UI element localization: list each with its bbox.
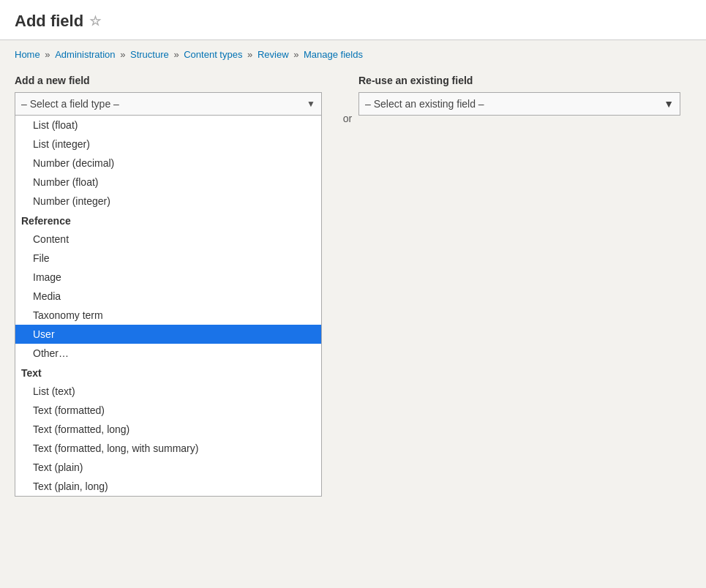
list-item[interactable]: Taxonomy term bbox=[15, 306, 321, 325]
existing-field-placeholder: – Select an existing field – bbox=[365, 98, 484, 110]
breadcrumb: Home » Administration » Structure » Cont… bbox=[15, 49, 691, 60]
group-header-text: Text bbox=[15, 363, 321, 382]
star-icon[interactable]: ☆ bbox=[89, 13, 101, 29]
breadcrumb-manage-fields[interactable]: Manage fields bbox=[304, 49, 363, 60]
add-new-field-label: Add a new field bbox=[15, 75, 337, 86]
breadcrumb-administration[interactable]: Administration bbox=[55, 49, 115, 60]
list-item-user-selected[interactable]: User bbox=[15, 325, 321, 344]
chevron-down-icon: ▼ bbox=[664, 98, 674, 110]
list-item[interactable]: List (integer) bbox=[15, 135, 321, 154]
or-label: or bbox=[337, 75, 358, 124]
list-item[interactable]: Other… bbox=[15, 344, 321, 363]
list-item[interactable]: Image bbox=[15, 268, 321, 287]
breadcrumb-structure[interactable]: Structure bbox=[130, 49, 169, 60]
list-item[interactable]: Number (float) bbox=[15, 173, 321, 192]
right-panel: Re-use an existing field – Select an exi… bbox=[358, 75, 691, 116]
list-item[interactable]: Text (formatted, long, with summary) bbox=[15, 439, 321, 458]
page-title: Add field ☆ bbox=[15, 12, 691, 31]
breadcrumb-home[interactable]: Home bbox=[15, 49, 40, 60]
title-text: Add field bbox=[15, 12, 83, 31]
list-item[interactable]: List (text) bbox=[15, 382, 321, 401]
list-item[interactable]: Number (decimal) bbox=[15, 154, 321, 173]
breadcrumb-content-types[interactable]: Content types bbox=[184, 49, 242, 60]
group-header-reference: Reference bbox=[15, 211, 321, 230]
list-item[interactable]: Content bbox=[15, 230, 321, 249]
existing-field-select-trigger[interactable]: – Select an existing field – ▼ bbox=[358, 92, 680, 116]
field-type-dropdown-list[interactable]: List (float) List (integer) Number (deci… bbox=[15, 116, 322, 497]
reuse-field-label: Re-use an existing field bbox=[358, 75, 691, 86]
left-panel: Add a new field – Select a field type – … bbox=[15, 75, 337, 497]
chevron-down-icon: ▼ bbox=[307, 99, 315, 109]
list-item[interactable]: Text (formatted, long) bbox=[15, 420, 321, 439]
list-item[interactable]: Text (plain, long) bbox=[15, 477, 321, 496]
field-type-select-placeholder: – Select a field type – bbox=[21, 98, 119, 110]
list-item[interactable]: Media bbox=[15, 287, 321, 306]
list-item[interactable]: File bbox=[15, 249, 321, 268]
list-item[interactable]: List (float) bbox=[15, 116, 321, 135]
breadcrumb-review[interactable]: Review bbox=[258, 49, 289, 60]
list-item[interactable]: Text (formatted) bbox=[15, 401, 321, 420]
field-type-select-trigger[interactable]: – Select a field type – ▼ bbox=[15, 92, 322, 116]
list-item[interactable]: Text (plain) bbox=[15, 458, 321, 477]
list-item[interactable]: Number (integer) bbox=[15, 192, 321, 211]
